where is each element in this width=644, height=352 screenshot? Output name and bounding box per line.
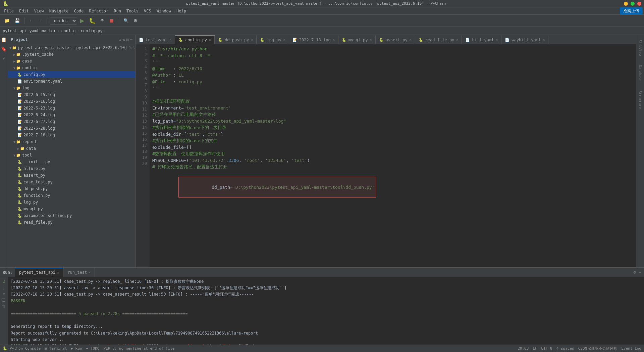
tab-log-py[interactable]: 🐍 log.py × <box>257 35 289 44</box>
tree-item-case[interactable]: ▶ 📁 case <box>8 58 135 64</box>
tree-item-log[interactable]: ▼ 📁 log <box>8 85 135 91</box>
tree-item-mysql-py[interactable]: 🐍 mysql_py <box>8 206 135 212</box>
coverage-button[interactable]: ☂ <box>99 17 106 24</box>
tab-close-log-py[interactable]: × <box>283 38 285 42</box>
panel-settings-icon[interactable]: ⚙ <box>119 37 121 42</box>
code-content[interactable]: #!/usr/bin/env python # -*- coding: utf-… <box>150 44 636 267</box>
clear-btn[interactable]: 🗑 <box>2 304 6 309</box>
menu-edit[interactable]: Edit <box>16 7 32 14</box>
forward-button[interactable]: → <box>36 17 44 24</box>
todo-tab[interactable]: ≡ TODO <box>86 346 100 351</box>
menu-code[interactable]: Code <box>71 7 87 14</box>
project-icon[interactable]: 📋 <box>0 36 7 43</box>
tab-bill-yaml[interactable]: 📄 bill.yaml × <box>462 35 501 44</box>
tab-close-log-718[interactable]: × <box>333 38 335 42</box>
tree-item-log-623[interactable]: 📝 2022-6-23.log <box>8 105 135 112</box>
tab-close-config-py[interactable]: × <box>209 38 211 42</box>
maximize-button[interactable] <box>631 2 635 6</box>
tree-item-init[interactable]: 🐍 __init__.py <box>8 159 135 165</box>
panel-expand-icon[interactable]: ⊞ <box>126 37 129 42</box>
tab-close-assert-py[interactable]: × <box>410 38 412 42</box>
bottom-minimize-icon[interactable]: — <box>639 270 641 275</box>
run-config-select[interactable]: run_test <box>50 17 77 25</box>
tree-item-log-627[interactable]: 📝 2022-6-27.log <box>8 118 135 125</box>
event-log[interactable]: Event Log <box>621 346 641 351</box>
tree-root[interactable]: ▼ 📁 pytest_api_yaml-master [pytest_api_2… <box>8 44 135 51</box>
breadcrumb-config-file[interactable]: config.py <box>81 29 103 33</box>
structure-side-label[interactable]: Structure <box>638 91 642 109</box>
tab-close-read-file[interactable]: × <box>456 38 458 42</box>
debug-button[interactable]: 🐛 <box>87 16 97 25</box>
tree-item-assert-py[interactable]: 🐍 assert_py <box>8 172 135 179</box>
search-button[interactable]: 🔍 <box>122 17 130 24</box>
tree-item-read-file[interactable]: 🐍 read_file.py <box>8 219 135 226</box>
settings-button[interactable]: ⚙ <box>132 17 139 24</box>
bottom-tab-run-test[interactable]: run_test × <box>63 268 95 277</box>
menu-run[interactable]: Run <box>111 7 124 14</box>
tree-item-param-setting[interactable]: 🐍 parameter_setting.py <box>8 212 135 219</box>
bottom-tab-run-test-close[interactable]: × <box>89 270 91 274</box>
tab-close-bill-yaml[interactable]: × <box>496 38 498 42</box>
menu-tools[interactable]: Tools <box>124 7 141 14</box>
tree-item-environment-yaml[interactable]: 📄 environment.yaml <box>8 78 135 85</box>
indent-info[interactable]: 4 spaces <box>556 346 574 351</box>
encoding[interactable]: UTF-8 <box>541 346 552 351</box>
tree-item-case-test[interactable]: 🐍 case_test.py <box>8 179 135 185</box>
tab-assert-py[interactable]: 🐍 assert_py × <box>376 35 415 44</box>
terminal-tab[interactable]: ⊞ Terminal <box>45 346 67 351</box>
tab-log-718[interactable]: 📝 2022-7-18.log × <box>289 35 338 44</box>
breadcrumb-config-folder[interactable]: config <box>61 29 75 33</box>
menu-help[interactable]: Help <box>174 7 189 14</box>
tab-close-test-yaml[interactable]: × <box>169 38 171 42</box>
rerun-btn[interactable]: ↺ <box>2 278 5 284</box>
tree-item-log-718[interactable]: 📝 2022-7-18.log <box>8 132 135 138</box>
bottom-settings-icon[interactable]: ⚙ <box>633 270 636 275</box>
tab-read-file[interactable]: 🐍 read_file.py × <box>415 35 462 44</box>
tree-item-log-615[interactable]: 📝 2022-6-15.log <box>8 91 135 98</box>
cursor-position[interactable]: 20:63 <box>518 346 529 351</box>
tab-test-yaml[interactable]: 📄 test.yaml × <box>136 35 175 44</box>
menu-navigate[interactable]: Navigate <box>47 7 71 14</box>
run-button[interactable]: ▶ <box>78 16 86 25</box>
tree-item-tool[interactable]: ▼ 📁 tool <box>8 152 135 159</box>
tree-item-function[interactable]: 🐍 function.py <box>8 192 135 199</box>
menu-vcs[interactable]: VCS <box>141 7 154 14</box>
sideview-label[interactable]: SideView <box>638 40 642 56</box>
tree-item-log-py[interactable]: 🐍 log.py <box>8 199 135 206</box>
minimize-button[interactable] <box>624 2 628 6</box>
scroll-down-btn[interactable]: ↓ <box>2 285 5 291</box>
tree-item-log-624[interactable]: 📝 2022-6-24.log <box>8 112 135 118</box>
tree-item-log-628[interactable]: 📝 2022-6-28.log <box>8 125 135 132</box>
upload-button[interactable]: 抢购上传 <box>620 7 643 14</box>
menu-view[interactable]: View <box>32 7 47 14</box>
filter-btn[interactable]: ☰ <box>2 298 6 303</box>
panel-collapse-icon[interactable]: — <box>130 37 132 42</box>
run-tab[interactable]: ▶ Run <box>71 346 82 351</box>
menu-refactor[interactable]: Refactor <box>86 7 111 14</box>
save-button[interactable]: 💾 <box>13 17 21 24</box>
back-button[interactable]: ← <box>27 17 35 24</box>
panel-sort-icon[interactable]: ⇅ <box>122 37 125 42</box>
tree-item-pytest-cache[interactable]: ▶ 📁 .pytest_cache <box>8 51 135 58</box>
tab-close-waybill-yaml[interactable]: × <box>543 38 545 42</box>
line-ending[interactable]: LF <box>533 346 537 351</box>
tree-item-report[interactable]: ▼ 📁 report <box>8 138 135 145</box>
tree-item-config[interactable]: ▼ 📁 config <box>8 64 135 71</box>
tree-item-allure[interactable]: 🐍 allure.py <box>8 165 135 172</box>
bookmark-icon[interactable]: 🔖 <box>0 46 7 52</box>
structure-icon[interactable]: ⚡ <box>2 55 6 62</box>
wrap-btn[interactable]: ⊡ <box>3 292 5 297</box>
tree-item-config-py[interactable]: 🐍 config.py <box>8 71 135 78</box>
stop-button[interactable]: ⏹ <box>107 17 116 25</box>
python-console-tab[interactable]: 🐍 Python Console <box>3 346 41 351</box>
tab-dd-push[interactable]: 🐍 dd_push.py × <box>215 35 257 44</box>
tab-close-mysql-py[interactable]: × <box>370 38 372 42</box>
close-button[interactable] <box>637 2 641 6</box>
tree-item-data[interactable]: ▶ 📁 data <box>8 145 135 152</box>
tab-close-dd-push[interactable]: × <box>251 38 253 42</box>
open-folder-button[interactable]: 📁 <box>3 17 11 24</box>
tab-waybill-yaml[interactable]: 📄 waybill.yaml × <box>501 35 548 44</box>
tree-item-dd-push[interactable]: 🐍 dd_push.py <box>8 185 135 192</box>
menu-file[interactable]: File <box>1 7 16 14</box>
tree-item-log-616[interactable]: 📝 2022-6-16.log <box>8 98 135 105</box>
